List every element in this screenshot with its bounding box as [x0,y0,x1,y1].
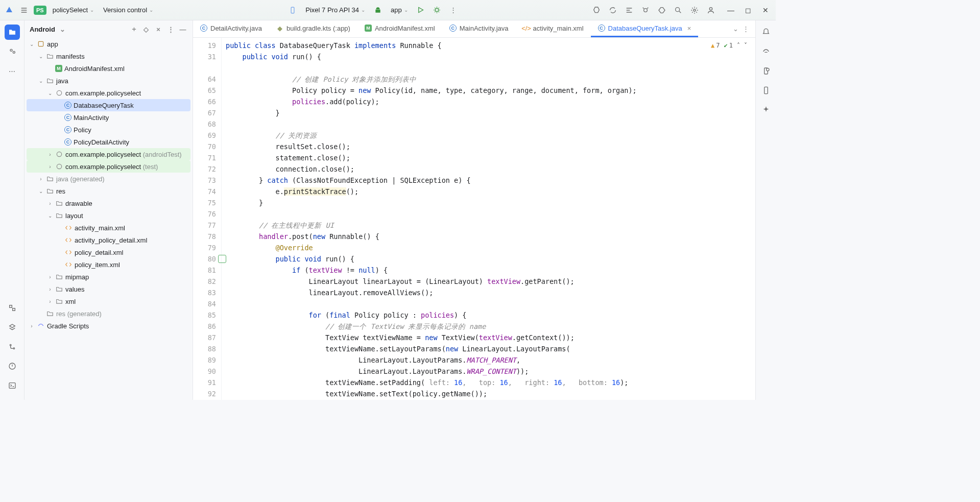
git-tool-icon[interactable] [5,339,20,354]
build-icon[interactable] [655,4,668,17]
project-tree[interactable]: ⌄app⌄manifestsMAndroidManifest.xml⌄java⌄… [25,38,193,336]
select-open-file-icon[interactable]: ◇ [141,26,151,33]
minimize-button[interactable]: — [725,6,737,14]
account-icon[interactable] [704,4,718,17]
app-quality-icon[interactable] [639,4,652,17]
tree-node[interactable]: ›java (generated) [27,173,190,185]
tree-node[interactable]: ›drawable [27,197,190,209]
tree-node[interactable]: ⌄layout [27,209,190,222]
expand-arrow-icon[interactable]: ⌄ [38,78,44,84]
sync-icon[interactable] [606,4,619,17]
tab-dropdown-icon[interactable]: ⌄ [733,25,738,33]
build-variants-icon[interactable] [5,300,20,316]
tree-node[interactable]: policy_detail.xml [27,246,190,258]
settings-icon[interactable] [688,4,701,17]
editor-tab[interactable]: CDetailActivity.java [193,20,269,37]
tree-label: drawable [65,200,92,207]
run-config-dropdown[interactable]: app ⌄ [388,4,411,16]
tab-label: AndroidManifest.xml [375,25,435,32]
tree-options-icon[interactable]: ⋮ [166,26,175,33]
expand-arrow-icon[interactable]: › [47,274,53,280]
project-tool-icon[interactable] [5,25,20,40]
editor-gutter[interactable]: 1931646566676869707172737475767778798081… [193,38,222,400]
expand-arrow-icon[interactable]: ⌄ [29,41,35,47]
device-explorer-icon[interactable] [758,63,774,79]
tree-node[interactable]: ›values [27,283,190,295]
tree-label: manifests [56,53,85,60]
tree-node[interactable]: activity_policy_detail.xml [27,234,190,246]
tree-node[interactable]: ⌄manifests [27,50,190,62]
version-control-dropdown[interactable]: Version control ⌄ [100,4,156,16]
tree-node[interactable]: MAndroidManifest.xml [27,62,190,75]
tree-node[interactable]: ⌄com.example.policyselect [27,87,190,99]
device-selector-dropdown[interactable]: Pixel 7 Pro API 34 ⌄ [302,4,368,16]
expand-arrow-icon[interactable]: › [47,299,53,304]
expand-arrow-icon[interactable]: › [47,152,53,157]
tree-node[interactable]: ›com.example.policyselect (test) [27,160,190,173]
tree-node[interactable]: CMainActivity [27,111,190,124]
expand-arrow-icon[interactable]: ⌄ [38,54,44,59]
collapse-icon[interactable]: × [154,26,163,33]
code-with-me-icon[interactable] [590,4,603,17]
editor-tab[interactable]: </>activity_main.xml [516,20,591,37]
expand-arrow-icon[interactable]: › [29,323,35,329]
code-editor[interactable]: public class DatabaseQueryTask implement… [222,38,755,400]
tree-node[interactable]: CPolicyDetailActivity [27,136,190,148]
tree-node[interactable]: policy_item.xml [27,258,190,271]
expand-arrow-icon[interactable]: ⌄ [47,90,53,96]
search-icon[interactable] [672,4,685,17]
main-menu-icon[interactable] [17,4,31,17]
more-actions-icon[interactable]: ⋮ [447,4,460,17]
pkg-icon [55,89,63,97]
vcs-tool-icon[interactable] [5,397,20,400]
tree-label: java [56,77,68,85]
gradle-tool-icon[interactable] [758,44,774,59]
tree-node[interactable]: ›xml [27,295,190,307]
close-tab-icon[interactable]: × [687,25,691,32]
structure-tool-icon[interactable] [5,320,20,335]
tree-node[interactable]: ⌄app [27,38,190,50]
expand-arrow-icon[interactable]: › [47,164,53,170]
folder-icon [55,285,63,293]
editor-tab[interactable]: CMainActivity.java [442,20,516,37]
run-button[interactable] [414,4,427,17]
tree-node[interactable]: ⌄res [27,185,190,197]
editor-tab[interactable]: CDatabaseQueryTask.java× [591,20,699,37]
tree-node[interactable]: CPolicy [27,124,190,136]
more-tool-icon[interactable]: ⋯ [5,63,20,79]
chevron-down-icon[interactable]: ⌄ [58,26,67,33]
tree-node[interactable]: CDatabaseQueryTask [27,99,190,111]
folder-icon [46,53,54,60]
resource-manager-icon[interactable] [5,44,20,59]
project-dropdown[interactable]: policySelect ⌄ [50,4,97,16]
tree-node[interactable]: ›com.example.policyselect (androidTest) [27,148,190,160]
notifications-icon[interactable] [758,25,774,40]
editor-tab[interactable]: ◆build.gradle.kts (:app) [269,20,357,37]
maximize-button[interactable]: ◻ [742,6,754,14]
expand-arrow-icon[interactable]: ⌄ [38,188,44,194]
svg-rect-13 [9,383,15,389]
add-icon[interactable]: ＋ [129,25,138,34]
expand-arrow-icon[interactable]: › [38,176,44,182]
cls-icon: C [64,114,71,121]
manifest-icon: M [55,65,62,72]
tree-node[interactable]: activity_main.xml [27,222,190,234]
ai-assistant-icon[interactable] [758,102,774,117]
expand-arrow-icon[interactable]: › [47,286,53,292]
tree-node[interactable]: ⌄java [27,75,190,87]
editor-tab[interactable]: MAndroidManifest.xml [357,20,442,37]
debug-button[interactable] [431,4,444,17]
tab-options-icon[interactable]: ⋮ [743,25,749,33]
problems-tool-icon[interactable] [5,358,20,374]
tree-node[interactable]: ›mipmap [27,271,190,283]
terminal-tool-icon[interactable] [5,378,20,393]
hide-sidebar-icon[interactable]: — [178,26,187,33]
emulator-tool-icon[interactable] [758,83,774,98]
tree-node[interactable]: ›Gradle Scripts [27,320,190,332]
expand-arrow-icon[interactable]: ⌄ [47,213,53,219]
tree-node[interactable]: res (generated) [27,307,190,320]
device-manager-icon[interactable] [623,4,636,17]
expand-arrow-icon[interactable]: › [47,201,53,206]
close-button[interactable]: ✕ [759,6,772,14]
folder-icon [55,200,63,207]
